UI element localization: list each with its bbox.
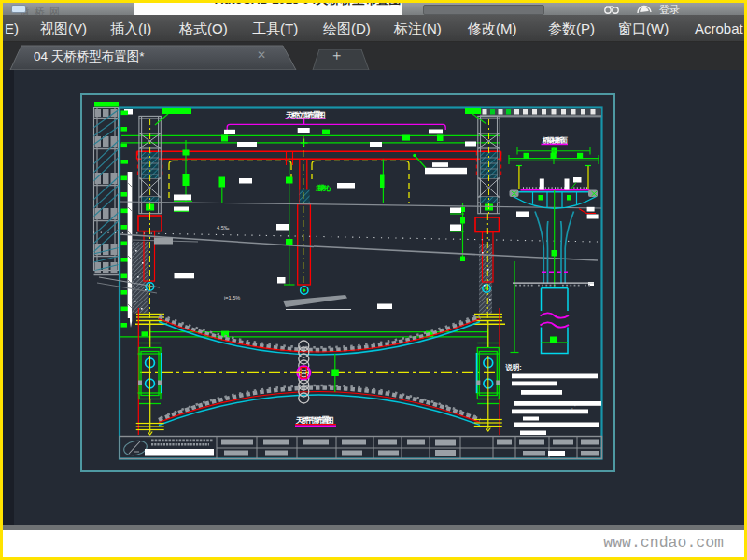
svg-text:桥梁横断面: 桥梁横断面 [542, 136, 568, 145]
svg-text:天桥平面布置图: 天桥平面布置图 [295, 415, 334, 425]
svg-text:主梁中心: 主梁中心 [315, 184, 332, 192]
svg-text:i=1.5%: i=1.5% [224, 295, 240, 301]
svg-text:说明:: 说明: [505, 363, 522, 371]
svg-text:, ': , ' [571, 404, 575, 410]
svg-text:天桥立面布置图: 天桥立面布置图 [285, 110, 326, 119]
svg-text:4.5‰: 4.5‰ [217, 225, 230, 231]
